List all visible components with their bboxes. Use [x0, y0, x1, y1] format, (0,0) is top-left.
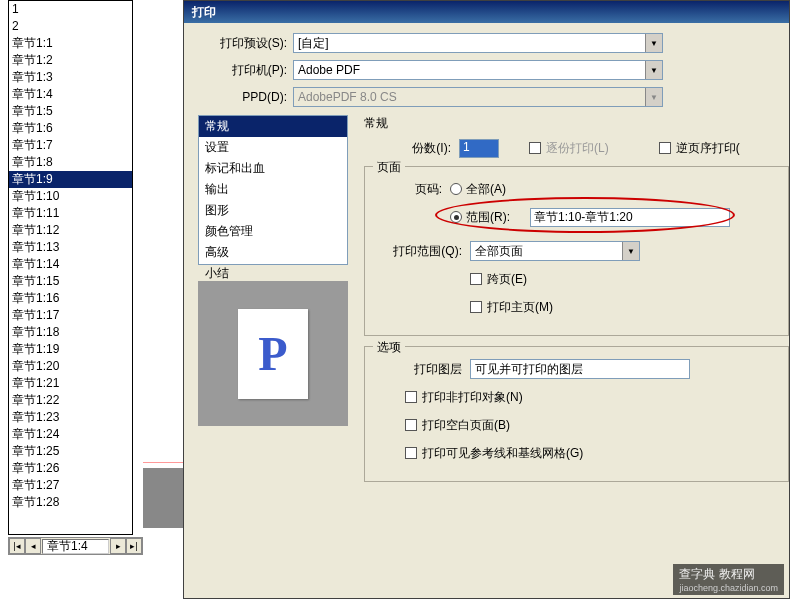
document-strip	[143, 0, 183, 540]
category-item[interactable]: 标记和出血	[199, 158, 347, 179]
category-list[interactable]: 常规设置标记和出血输出图形颜色管理高级小结	[198, 115, 348, 265]
page-list-item[interactable]: 章节1:7	[9, 137, 132, 154]
chevron-down-icon: ▼	[645, 34, 662, 52]
printer-value: Adobe PDF	[298, 63, 360, 77]
preset-label: 打印预设(S):	[198, 35, 293, 52]
page-list-item[interactable]: 章节1:17	[9, 307, 132, 324]
page-list-item[interactable]: 章节1:9	[9, 171, 132, 188]
range-radio[interactable]: 范围(R):	[450, 209, 510, 226]
blank-pages-checkbox[interactable]: 打印空白页面(B)	[405, 417, 510, 434]
category-item[interactable]: 颜色管理	[199, 221, 347, 242]
ppd-combo: AdobePDF 8.0 CS ▼	[293, 87, 663, 107]
pages-group-title: 页面	[373, 159, 405, 176]
preset-value: [自定]	[298, 35, 329, 52]
page-list-item[interactable]: 章节1:5	[9, 103, 132, 120]
spread-checkbox[interactable]: 跨页(E)	[470, 271, 527, 288]
first-page-icon[interactable]: |◂	[9, 538, 25, 554]
guides-checkbox[interactable]: 打印可见参考线和基线网格(G)	[405, 445, 583, 462]
ppd-value: AdobePDF 8.0 CS	[298, 90, 397, 104]
page-list-item[interactable]: 章节1:21	[9, 375, 132, 392]
printer-combo[interactable]: Adobe PDF ▼	[293, 60, 663, 80]
collate-checkbox: 逐份打印(L)	[529, 140, 609, 157]
watermark: 查字典 教程网 jiaocheng.chazidian.com	[673, 564, 784, 595]
page-list-item[interactable]: 章节1:6	[9, 120, 132, 137]
page-list-item[interactable]: 章节1:18	[9, 324, 132, 341]
master-checkbox[interactable]: 打印主页(M)	[470, 299, 553, 316]
ppd-label: PPD(D):	[198, 90, 293, 104]
reverse-order-checkbox[interactable]: 逆页序打印(	[659, 140, 740, 157]
printer-label: 打印机(P):	[198, 62, 293, 79]
copies-label: 份数(I):	[384, 140, 459, 157]
last-page-icon[interactable]: ▸|	[126, 538, 142, 554]
layers-label: 打印图层	[375, 361, 470, 378]
page-list[interactable]: 12章节1:1章节1:2章节1:3章节1:4章节1:5章节1:6章节1:7章节1…	[8, 0, 133, 535]
current-page-field[interactable]: 章节1:4	[42, 539, 109, 554]
page-nav-bar: |◂ ◂ 章节1:4 ▸ ▸|	[8, 537, 143, 555]
page-list-item[interactable]: 章节1:19	[9, 341, 132, 358]
category-item[interactable]: 输出	[199, 179, 347, 200]
dialog-title: 打印	[184, 1, 789, 23]
page-list-item[interactable]: 章节1:2	[9, 52, 132, 69]
copies-input[interactable]: 1	[459, 139, 499, 158]
chevron-down-icon: ▼	[622, 242, 639, 260]
print-scope-select[interactable]: 全部页面 ▼	[470, 241, 640, 261]
preset-combo[interactable]: [自定] ▼	[293, 33, 663, 53]
nonprint-checkbox[interactable]: 打印非打印对象(N)	[405, 389, 523, 406]
page-list-item[interactable]: 章节1:3	[9, 69, 132, 86]
category-item[interactable]: 高级	[199, 242, 347, 263]
page-list-item[interactable]: 章节1:28	[9, 494, 132, 511]
layers-select[interactable]: 可见并可打印的图层	[470, 359, 690, 379]
category-item[interactable]: 设置	[199, 137, 347, 158]
chevron-down-icon: ▼	[645, 61, 662, 79]
page-number-label: 页码:	[375, 181, 450, 198]
page-list-item[interactable]: 章节1:20	[9, 358, 132, 375]
range-input[interactable]: 章节1:10-章节1:20	[530, 208, 730, 227]
preview-thumbnail: P	[198, 281, 348, 426]
page-list-item[interactable]: 章节1:23	[9, 409, 132, 426]
print-dialog: 打印 打印预设(S): [自定] ▼ 打印机(P): Adobe PDF ▼ P…	[183, 0, 790, 599]
pages-group: 页面 页码: 全部(A) 范围(R): 章节1:10-章节1:20	[364, 166, 789, 336]
options-group-title: 选项	[373, 339, 405, 356]
section-heading: 常规	[364, 115, 789, 132]
next-page-icon[interactable]: ▸	[110, 538, 126, 554]
page-list-item[interactable]: 1	[9, 1, 132, 18]
page-list-item[interactable]: 章节1:26	[9, 460, 132, 477]
page-list-item[interactable]: 章节1:24	[9, 426, 132, 443]
page-list-item[interactable]: 章节1:4	[9, 86, 132, 103]
page-list-item[interactable]: 章节1:12	[9, 222, 132, 239]
page-list-item[interactable]: 章节1:8	[9, 154, 132, 171]
page-list-item[interactable]: 章节1:22	[9, 392, 132, 409]
page-list-item[interactable]: 章节1:11	[9, 205, 132, 222]
page-list-item[interactable]: 章节1:16	[9, 290, 132, 307]
page-list-item[interactable]: 2	[9, 18, 132, 35]
page-list-item[interactable]: 章节1:1	[9, 35, 132, 52]
pages-panel: 12章节1:1章节1:2章节1:3章节1:4章节1:5章节1:6章节1:7章节1…	[8, 0, 143, 580]
print-scope-label: 打印范围(Q):	[375, 243, 470, 260]
chevron-down-icon: ▼	[645, 88, 662, 106]
options-group: 选项 打印图层 可见并可打印的图层 打印非打印对象(N)	[364, 346, 789, 482]
prev-page-icon[interactable]: ◂	[25, 538, 41, 554]
page-list-item[interactable]: 章节1:15	[9, 273, 132, 290]
page-list-item[interactable]: 章节1:13	[9, 239, 132, 256]
page-list-item[interactable]: 章节1:14	[9, 256, 132, 273]
page-list-item[interactable]: 章节1:27	[9, 477, 132, 494]
page-list-item[interactable]: 章节1:25	[9, 443, 132, 460]
page-list-item[interactable]: 章节1:10	[9, 188, 132, 205]
all-pages-radio[interactable]: 全部(A)	[450, 181, 506, 198]
preview-letter: P	[258, 326, 287, 381]
category-item[interactable]: 图形	[199, 200, 347, 221]
category-item[interactable]: 常规	[199, 116, 347, 137]
